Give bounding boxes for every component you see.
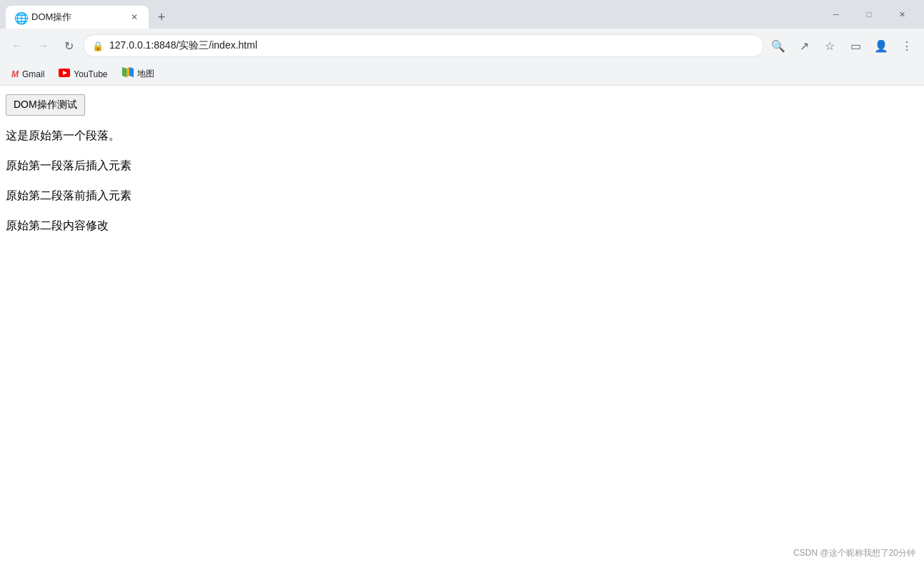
paragraph-2: 原始第一段落后插入元素 <box>6 157 918 174</box>
profile-button[interactable]: 👤 <box>870 34 893 57</box>
bookmarks-bar: M Gmail YouTube 地图 <box>0 63 924 86</box>
tab-bar: 🌐 DOM操作 ✕ + ─ □ ✕ <box>0 0 924 29</box>
tab-close-button[interactable]: ✕ <box>129 11 140 23</box>
tab-favicon: 🌐 <box>14 11 26 23</box>
active-tab[interactable]: 🌐 DOM操作 ✕ <box>6 6 149 29</box>
reload-button[interactable]: ↻ <box>57 34 80 57</box>
browser-frame: 🌐 DOM操作 ✕ + ─ □ ✕ ← → ↻ 🔒 🔍 ↗ ☆ ▭ 👤 ⋮ <box>0 0 924 565</box>
close-button[interactable]: ✕ <box>885 3 918 26</box>
toolbar-right: 🔍 ↗ ☆ ▭ 👤 ⋮ <box>767 34 918 57</box>
menu-button[interactable]: ⋮ <box>895 34 918 57</box>
svg-marker-5 <box>129 67 134 77</box>
bookmark-button[interactable]: ☆ <box>818 34 841 57</box>
youtube-icon <box>59 69 70 79</box>
back-button[interactable]: ← <box>6 34 29 57</box>
bookmark-gmail[interactable]: M Gmail <box>6 66 50 83</box>
bookmark-youtube[interactable]: YouTube <box>53 66 113 83</box>
new-tab-button[interactable]: + <box>151 7 172 27</box>
address-input-wrapper[interactable]: 🔒 <box>83 34 764 57</box>
bookmark-youtube-label: YouTube <box>74 69 107 79</box>
forward-button[interactable]: → <box>31 34 54 57</box>
paragraph-1: 这是原始第一个段落。 <box>6 127 918 144</box>
minimize-button[interactable]: ─ <box>820 3 853 26</box>
maximize-button[interactable]: □ <box>853 3 885 26</box>
share-button[interactable]: ↗ <box>793 34 815 57</box>
maps-icon <box>122 67 134 81</box>
address-input[interactable] <box>109 40 755 51</box>
lock-icon: 🔒 <box>92 41 104 51</box>
gmail-icon: M <box>11 69 19 79</box>
window-controls-area: ─ □ ✕ <box>820 0 924 29</box>
bookmark-maps-label: 地图 <box>137 68 154 80</box>
dom-test-button[interactable]: DOM操作测试 <box>6 94 85 116</box>
tab-title: DOM操作 <box>31 11 123 24</box>
window-controls: ─ □ ✕ <box>820 3 918 26</box>
page-footer: CSDN @这个昵称我想了20分钟 <box>793 547 915 559</box>
address-bar: ← → ↻ 🔒 🔍 ↗ ☆ ▭ 👤 ⋮ <box>0 29 924 63</box>
bookmark-maps[interactable]: 地图 <box>116 66 160 83</box>
bookmark-gmail-label: Gmail <box>22 69 44 79</box>
paragraph-4: 原始第二段内容修改 <box>6 217 918 234</box>
sidebar-button[interactable]: ▭ <box>844 34 867 57</box>
zoom-button[interactable]: 🔍 <box>767 34 790 57</box>
paragraph-3: 原始第二段落前插入元素 <box>6 187 918 204</box>
svg-marker-3 <box>122 67 126 77</box>
svg-marker-4 <box>126 67 129 77</box>
page-content: DOM操作测试 这是原始第一个段落。 原始第一段落后插入元素 原始第二段落前插入… <box>0 86 924 565</box>
